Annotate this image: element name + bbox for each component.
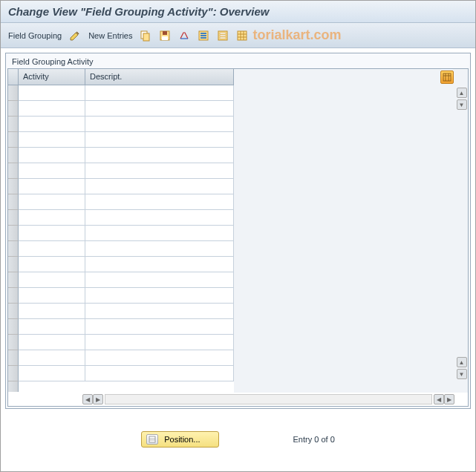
cell-descript[interactable]: [85, 148, 234, 163]
cell-descript[interactable]: [85, 319, 234, 334]
select-all-icon[interactable]: [198, 30, 209, 42]
cell-descript[interactable]: [85, 241, 234, 256]
cell-descript[interactable]: [85, 335, 234, 350]
scroll-up-icon[interactable]: ▲: [457, 88, 467, 98]
new-entries-button[interactable]: New Entries: [88, 31, 132, 40]
cell-activity[interactable]: [19, 163, 85, 178]
table-row[interactable]: [19, 101, 234, 117]
row-selector[interactable]: [8, 194, 19, 210]
edit-icon[interactable]: [69, 30, 81, 42]
row-selector[interactable]: [8, 257, 19, 272]
hscroll-track[interactable]: [105, 394, 432, 404]
row-selector[interactable]: [8, 381, 19, 392]
save-variant-icon[interactable]: [159, 30, 171, 42]
cell-activity[interactable]: [19, 304, 85, 318]
table-row[interactable]: [19, 132, 234, 148]
column-header-activity[interactable]: Activity: [19, 69, 85, 85]
scroll-right-icon[interactable]: ▶: [444, 394, 454, 404]
row-selector[interactable]: [8, 148, 19, 163]
cell-activity[interactable]: [19, 179, 85, 194]
table-row[interactable]: [19, 163, 234, 179]
row-selector[interactable]: [8, 101, 19, 117]
row-selector[interactable]: [8, 85, 19, 101]
row-selector[interactable]: [8, 241, 19, 257]
table-row[interactable]: [19, 226, 234, 241]
copy-icon[interactable]: [140, 30, 151, 42]
table-row[interactable]: [19, 179, 234, 194]
select-all-rows[interactable]: [8, 69, 19, 85]
cell-descript[interactable]: [85, 210, 234, 225]
table-config-icon[interactable]: [440, 71, 454, 84]
table-row[interactable]: [19, 85, 234, 101]
row-selector[interactable]: [8, 272, 19, 288]
table-row[interactable]: [19, 194, 234, 210]
row-selector[interactable]: [8, 210, 19, 226]
cell-descript[interactable]: [85, 288, 234, 303]
cell-descript[interactable]: [85, 366, 234, 381]
cell-descript[interactable]: [85, 194, 234, 209]
cell-descript[interactable]: [85, 304, 234, 318]
table-row[interactable]: [19, 366, 234, 381]
scroll-left-icon[interactable]: ◀: [434, 394, 444, 404]
cell-activity[interactable]: [19, 85, 85, 100]
revise-icon[interactable]: [178, 30, 190, 42]
table-row[interactable]: [19, 148, 234, 163]
cell-activity[interactable]: [19, 194, 85, 209]
table-row[interactable]: [19, 288, 234, 304]
row-selector[interactable]: [8, 319, 19, 335]
cell-descript[interactable]: [85, 132, 234, 147]
table-row[interactable]: [19, 304, 234, 319]
table-settings-icon[interactable]: [236, 30, 248, 42]
cell-descript[interactable]: [85, 85, 234, 100]
deselect-all-icon[interactable]: [217, 30, 229, 42]
cell-activity[interactable]: [19, 350, 85, 365]
table-row[interactable]: [19, 257, 234, 272]
scroll-down-icon[interactable]: ▼: [457, 369, 467, 379]
cell-activity[interactable]: [19, 132, 85, 147]
row-selector[interactable]: [8, 350, 19, 366]
cell-descript[interactable]: [85, 101, 234, 116]
cell-descript[interactable]: [85, 117, 234, 131]
row-selector[interactable]: [8, 179, 19, 194]
table-row[interactable]: [19, 350, 234, 366]
cell-descript[interactable]: [85, 350, 234, 365]
cell-descript[interactable]: [85, 257, 234, 272]
scroll-up-icon[interactable]: ▲: [457, 357, 467, 367]
row-selector[interactable]: [8, 163, 19, 179]
row-selector[interactable]: [8, 117, 19, 132]
scroll-down-icon[interactable]: ▼: [457, 99, 467, 110]
cell-activity[interactable]: [19, 257, 85, 272]
cell-descript[interactable]: [85, 272, 234, 287]
table-row[interactable]: [19, 210, 234, 226]
cell-activity[interactable]: [19, 101, 85, 116]
cell-activity[interactable]: [19, 319, 85, 334]
cell-activity[interactable]: [19, 272, 85, 287]
scroll-right-icon[interactable]: ▶: [93, 394, 103, 404]
cell-descript[interactable]: [85, 163, 234, 178]
row-selector[interactable]: [8, 366, 19, 381]
cell-descript[interactable]: [85, 226, 234, 240]
cell-activity[interactable]: [19, 210, 85, 225]
cell-activity[interactable]: [19, 288, 85, 303]
row-selector[interactable]: [8, 304, 19, 319]
cell-activity[interactable]: [19, 148, 85, 163]
table-row[interactable]: [19, 272, 234, 288]
position-button[interactable]: Position...: [141, 431, 218, 448]
table-row[interactable]: [19, 335, 234, 350]
row-selector[interactable]: [8, 226, 19, 241]
scroll-left-icon[interactable]: ◀: [82, 394, 93, 404]
cell-activity[interactable]: [19, 241, 85, 256]
column-header-descript[interactable]: Descript.: [85, 69, 234, 85]
cell-descript[interactable]: [85, 179, 234, 194]
row-selector[interactable]: [8, 335, 19, 350]
field-grouping-button[interactable]: Field Grouping: [8, 31, 62, 40]
row-selector[interactable]: [8, 132, 19, 148]
table-row[interactable]: [19, 319, 234, 335]
cell-activity[interactable]: [19, 117, 85, 131]
cell-activity[interactable]: [19, 366, 85, 381]
cell-activity[interactable]: [19, 226, 85, 240]
row-selector[interactable]: [8, 288, 19, 304]
cell-activity[interactable]: [19, 335, 85, 350]
table-row[interactable]: [19, 241, 234, 257]
table-row[interactable]: [19, 117, 234, 132]
